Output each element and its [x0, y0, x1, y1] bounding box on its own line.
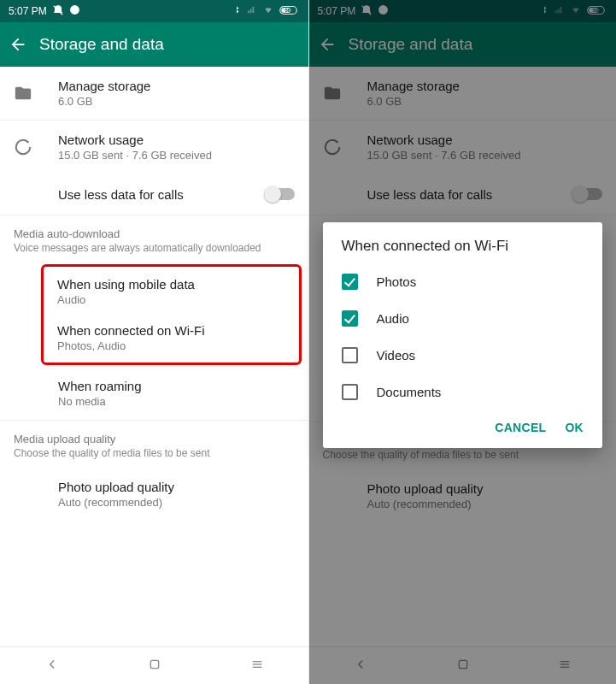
roaming-label: When roaming [58, 379, 295, 393]
option-audio-label: Audio [377, 311, 409, 326]
checkbox-audio[interactable] [342, 310, 358, 327]
highlight-box: When using mobile data Audio When connec… [41, 264, 302, 365]
upload-quality-hint: Choose the quality of media files to be … [0, 445, 308, 468]
network-usage-sub: 15.0 GB sent · 7.6 GB received [58, 149, 295, 162]
svg-point-1 [70, 5, 79, 15]
nav-back-icon[interactable] [44, 657, 60, 675]
svg-point-5 [16, 140, 31, 155]
checkbox-videos[interactable] [342, 347, 358, 363]
option-photos[interactable]: Photos [323, 263, 603, 300]
svg-rect-6 [151, 660, 159, 668]
folder-icon [14, 84, 58, 103]
nav-recents-icon[interactable] [250, 657, 264, 675]
screen-settings: 5:07 PM 58 Storage a [0, 0, 308, 684]
wifi-icon [262, 5, 274, 17]
wifi-row[interactable]: When connected on Wi-Fi Photos, Audio [44, 315, 299, 361]
wifi-autodownload-dialog: When connected on Wi-Fi Photos Audio Vid… [323, 222, 603, 448]
network-usage-label: Network usage [58, 133, 295, 147]
wifi-sub: Photos, Audio [57, 339, 285, 352]
manage-storage-sub: 6.0 GB [58, 95, 295, 108]
checkbox-documents[interactable] [342, 384, 358, 400]
option-photos-label: Photos [377, 274, 417, 289]
status-bar: 5:07 PM 58 [0, 0, 308, 22]
mobile-data-sub: Audio [57, 293, 285, 306]
do-not-disturb-icon [52, 4, 64, 19]
mobile-data-row[interactable]: When using mobile data Audio [44, 268, 299, 315]
mobile-data-label: When using mobile data [57, 277, 285, 292]
page-title: Storage and data [39, 35, 164, 54]
manage-storage-label: Manage storage [58, 79, 295, 93]
signal-icon [246, 5, 257, 17]
checkbox-photos[interactable] [342, 274, 358, 290]
use-less-data-label: Use less data for calls [58, 187, 264, 202]
option-audio[interactable]: Audio [323, 300, 603, 337]
option-videos-label: Videos [377, 348, 416, 363]
cancel-button[interactable]: CANCEL [495, 421, 546, 434]
ok-button[interactable]: OK [565, 421, 584, 434]
settings-content: Manage storage 6.0 GB Network usage 15.0… [0, 67, 308, 646]
option-documents-label: Documents [377, 385, 442, 399]
android-navbar [0, 646, 308, 684]
data-usage-icon [14, 138, 58, 156]
back-button[interactable] [9, 35, 39, 54]
upload-quality-section: Media upload quality [0, 421, 308, 445]
photo-quality-sub: Auto (recommended) [58, 496, 295, 509]
nav-home-icon[interactable] [148, 657, 161, 675]
roaming-sub: No media [58, 395, 295, 408]
whatsapp-icon [69, 4, 80, 18]
photo-quality-label: Photo upload quality [58, 480, 295, 494]
dialog-title: When connected on Wi-Fi [323, 238, 603, 263]
media-auto-section: Media auto-download [0, 215, 308, 240]
use-less-data-row[interactable]: Use less data for calls [0, 174, 308, 215]
network-usage-row[interactable]: Network usage 15.0 GB sent · 7.6 GB rece… [0, 121, 308, 174]
battery-icon: 58 [279, 5, 300, 18]
app-header: Storage and data [0, 22, 308, 67]
option-videos[interactable]: Videos [323, 337, 603, 374]
svg-text:58: 58 [285, 8, 290, 13]
media-auto-hint: Voice messages are always automatically … [0, 240, 308, 262]
photo-quality-row[interactable]: Photo upload quality Auto (recommended) [0, 468, 308, 521]
option-documents[interactable]: Documents [323, 374, 603, 410]
roaming-row[interactable]: When roaming No media [0, 367, 308, 420]
status-time: 5:07 PM [9, 5, 47, 17]
manage-storage-row[interactable]: Manage storage 6.0 GB [0, 67, 308, 120]
bluetooth-icon [232, 4, 241, 18]
use-less-data-toggle[interactable] [264, 186, 295, 203]
wifi-label: When connected on Wi-Fi [57, 323, 285, 338]
screen-dialog: 5:07 PM 58 Storage a [308, 0, 617, 684]
